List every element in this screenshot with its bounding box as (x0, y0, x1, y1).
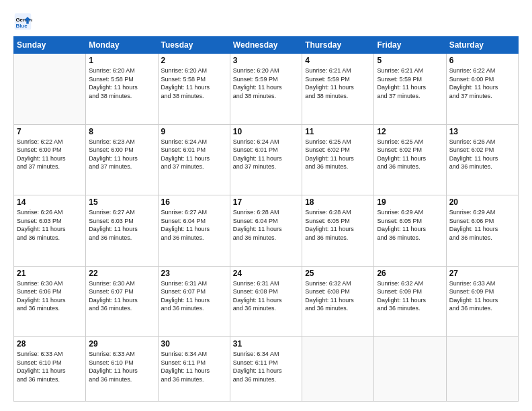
day-number: 30 (161, 339, 227, 349)
day-number: 4 (305, 56, 371, 65)
calendar-cell: 29Sunrise: 6:33 AM Sunset: 6:10 PM Dayli… (86, 337, 158, 402)
calendar-cell: 27Sunrise: 6:33 AM Sunset: 6:09 PM Dayli… (446, 266, 518, 337)
calendar-cell (374, 337, 446, 402)
calendar-cell: 28Sunrise: 6:33 AM Sunset: 6:10 PM Dayli… (14, 337, 86, 402)
day-info: Sunrise: 6:26 AM Sunset: 6:02 PM Dayligh… (449, 138, 515, 171)
day-info: Sunrise: 6:22 AM Sunset: 6:00 PM Dayligh… (449, 66, 515, 100)
calendar-cell: 10Sunrise: 6:24 AM Sunset: 6:01 PM Dayli… (230, 124, 302, 195)
calendar-cell: 13Sunrise: 6:26 AM Sunset: 6:02 PM Dayli… (446, 124, 518, 195)
day-info: Sunrise: 6:27 AM Sunset: 6:03 PM Dayligh… (89, 208, 154, 242)
day-number: 5 (377, 56, 443, 65)
day-info: Sunrise: 6:24 AM Sunset: 6:01 PM Dayligh… (161, 138, 227, 171)
calendar-cell: 1Sunrise: 6:20 AM Sunset: 5:58 PM Daylig… (86, 54, 158, 125)
day-info: Sunrise: 6:22 AM Sunset: 6:00 PM Dayligh… (17, 138, 83, 171)
day-number: 23 (161, 269, 227, 278)
calendar-cell (446, 337, 518, 402)
calendar-header-row: SundayMondayTuesdayWednesdayThursdayFrid… (14, 37, 519, 54)
calendar-cell: 26Sunrise: 6:32 AM Sunset: 6:09 PM Dayli… (374, 266, 446, 337)
day-info: Sunrise: 6:26 AM Sunset: 6:03 PM Dayligh… (17, 208, 83, 242)
page: General Blue SundayMondayTuesdayWednesda… (0, 0, 532, 411)
svg-text:Blue: Blue (16, 23, 28, 29)
day-info: Sunrise: 6:27 AM Sunset: 6:04 PM Dayligh… (161, 208, 227, 242)
day-number: 20 (449, 197, 515, 207)
day-number: 25 (305, 269, 371, 278)
day-info: Sunrise: 6:28 AM Sunset: 6:04 PM Dayligh… (233, 208, 299, 242)
day-info: Sunrise: 6:29 AM Sunset: 6:05 PM Dayligh… (377, 208, 443, 242)
calendar-cell: 20Sunrise: 6:29 AM Sunset: 6:06 PM Dayli… (446, 195, 518, 267)
calendar-cell: 21Sunrise: 6:30 AM Sunset: 6:06 PM Dayli… (14, 266, 86, 337)
calendar-cell: 6Sunrise: 6:22 AM Sunset: 6:00 PM Daylig… (446, 54, 518, 125)
calendar-cell: 18Sunrise: 6:28 AM Sunset: 6:05 PM Dayli… (302, 195, 374, 267)
day-info: Sunrise: 6:21 AM Sunset: 5:59 PM Dayligh… (377, 66, 443, 100)
day-number: 11 (305, 127, 371, 136)
calendar-cell: 17Sunrise: 6:28 AM Sunset: 6:04 PM Dayli… (230, 195, 302, 267)
day-info: Sunrise: 6:25 AM Sunset: 6:02 PM Dayligh… (377, 138, 443, 171)
day-number: 3 (233, 56, 299, 65)
calendar-cell: 23Sunrise: 6:31 AM Sunset: 6:07 PM Dayli… (158, 266, 230, 337)
day-info: Sunrise: 6:20 AM Sunset: 5:59 PM Dayligh… (233, 66, 299, 100)
day-number: 9 (161, 127, 227, 136)
calendar-cell: 8Sunrise: 6:23 AM Sunset: 6:00 PM Daylig… (86, 124, 158, 195)
calendar-cell: 11Sunrise: 6:25 AM Sunset: 6:02 PM Dayli… (302, 124, 374, 195)
day-number: 10 (233, 127, 299, 136)
day-info: Sunrise: 6:25 AM Sunset: 6:02 PM Dayligh… (305, 138, 371, 171)
day-number: 2 (161, 56, 227, 65)
day-number: 17 (233, 197, 299, 207)
day-info: Sunrise: 6:33 AM Sunset: 6:10 PM Dayligh… (89, 350, 154, 383)
calendar-cell: 3Sunrise: 6:20 AM Sunset: 5:59 PM Daylig… (230, 54, 302, 125)
day-number: 15 (89, 197, 154, 207)
day-number: 1 (89, 56, 154, 65)
day-info: Sunrise: 6:34 AM Sunset: 6:11 PM Dayligh… (161, 350, 227, 383)
day-header-monday: Monday (86, 37, 158, 54)
day-number: 21 (17, 269, 83, 278)
day-header-thursday: Thursday (302, 37, 374, 54)
calendar-cell (302, 337, 374, 402)
day-info: Sunrise: 6:34 AM Sunset: 6:11 PM Dayligh… (233, 350, 299, 383)
day-info: Sunrise: 6:30 AM Sunset: 6:06 PM Dayligh… (17, 279, 83, 313)
day-info: Sunrise: 6:33 AM Sunset: 6:09 PM Dayligh… (449, 279, 515, 313)
day-info: Sunrise: 6:28 AM Sunset: 6:05 PM Dayligh… (305, 208, 371, 242)
calendar-cell: 30Sunrise: 6:34 AM Sunset: 6:11 PM Dayli… (158, 337, 230, 402)
calendar-week-4: 21Sunrise: 6:30 AM Sunset: 6:06 PM Dayli… (14, 266, 519, 337)
day-info: Sunrise: 6:21 AM Sunset: 5:59 PM Dayligh… (305, 66, 371, 100)
day-info: Sunrise: 6:33 AM Sunset: 6:10 PM Dayligh… (17, 350, 83, 383)
calendar-cell: 25Sunrise: 6:32 AM Sunset: 6:08 PM Dayli… (302, 266, 374, 337)
day-number: 18 (305, 197, 371, 207)
calendar-cell: 4Sunrise: 6:21 AM Sunset: 5:59 PM Daylig… (302, 54, 374, 125)
day-info: Sunrise: 6:29 AM Sunset: 6:06 PM Dayligh… (449, 208, 515, 242)
calendar-cell (14, 54, 86, 125)
calendar-cell: 7Sunrise: 6:22 AM Sunset: 6:00 PM Daylig… (14, 124, 86, 195)
calendar-cell: 5Sunrise: 6:21 AM Sunset: 5:59 PM Daylig… (374, 54, 446, 125)
calendar-cell: 14Sunrise: 6:26 AM Sunset: 6:03 PM Dayli… (14, 195, 86, 267)
day-header-sunday: Sunday (14, 37, 86, 54)
day-number: 29 (89, 339, 154, 349)
calendar-week-3: 14Sunrise: 6:26 AM Sunset: 6:03 PM Dayli… (14, 195, 519, 267)
header: General Blue (13, 12, 519, 31)
day-number: 28 (17, 339, 83, 349)
day-header-saturday: Saturday (446, 37, 518, 54)
day-info: Sunrise: 6:30 AM Sunset: 6:07 PM Dayligh… (89, 279, 154, 313)
day-number: 13 (449, 127, 515, 136)
calendar-cell: 19Sunrise: 6:29 AM Sunset: 6:05 PM Dayli… (374, 195, 446, 267)
calendar-week-1: 1Sunrise: 6:20 AM Sunset: 5:58 PM Daylig… (14, 54, 519, 125)
calendar-cell: 9Sunrise: 6:24 AM Sunset: 6:01 PM Daylig… (158, 124, 230, 195)
day-number: 6 (449, 56, 515, 65)
day-number: 12 (377, 127, 443, 136)
day-header-friday: Friday (374, 37, 446, 54)
day-number: 27 (449, 269, 515, 278)
day-number: 8 (89, 127, 154, 136)
day-header-wednesday: Wednesday (230, 37, 302, 54)
logo-icon: General Blue (13, 12, 32, 31)
calendar-cell: 16Sunrise: 6:27 AM Sunset: 6:04 PM Dayli… (158, 195, 230, 267)
calendar-week-5: 28Sunrise: 6:33 AM Sunset: 6:10 PM Dayli… (14, 337, 519, 402)
calendar-cell: 31Sunrise: 6:34 AM Sunset: 6:11 PM Dayli… (230, 337, 302, 402)
day-info: Sunrise: 6:32 AM Sunset: 6:08 PM Dayligh… (305, 279, 371, 313)
day-info: Sunrise: 6:24 AM Sunset: 6:01 PM Dayligh… (233, 138, 299, 171)
calendar-week-2: 7Sunrise: 6:22 AM Sunset: 6:00 PM Daylig… (14, 124, 519, 195)
day-info: Sunrise: 6:20 AM Sunset: 5:58 PM Dayligh… (161, 66, 227, 100)
calendar-cell: 22Sunrise: 6:30 AM Sunset: 6:07 PM Dayli… (86, 266, 158, 337)
day-info: Sunrise: 6:32 AM Sunset: 6:09 PM Dayligh… (377, 279, 443, 313)
calendar-cell: 2Sunrise: 6:20 AM Sunset: 5:58 PM Daylig… (158, 54, 230, 125)
day-number: 7 (17, 127, 83, 136)
day-info: Sunrise: 6:31 AM Sunset: 6:08 PM Dayligh… (233, 279, 299, 313)
